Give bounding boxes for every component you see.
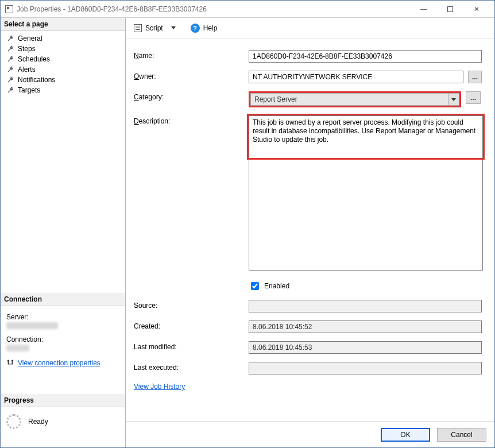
description-field[interactable] (249, 115, 483, 271)
created-label: Created: (134, 320, 249, 330)
name-label: Name: (134, 50, 249, 60)
close-icon: ✕ (474, 5, 479, 13)
view-job-history-link[interactable]: View Job History (134, 383, 185, 391)
progress-header: Progress (1, 394, 125, 407)
server-value-redacted (6, 322, 58, 329)
dialog-footer: OK Cancel (126, 421, 494, 447)
description-label: Description: (134, 115, 249, 125)
executed-label: Last executed: (134, 362, 249, 372)
wrench-icon (6, 55, 14, 63)
wrench-icon (6, 45, 14, 53)
sidebar-item-label: Alerts (18, 65, 36, 74)
sidebar-item-schedules[interactable]: Schedules (1, 54, 125, 64)
script-button[interactable]: Script (132, 23, 165, 33)
category-select[interactable] (249, 91, 461, 107)
spinner-icon (6, 414, 21, 429)
owner-label: Owner: (134, 71, 249, 80)
executed-field (249, 362, 482, 374)
wrench-icon (6, 86, 14, 94)
chevron-down-icon (171, 26, 176, 29)
sidebar-item-label: Steps (18, 45, 36, 53)
owner-field[interactable] (249, 71, 463, 83)
app-icon (5, 5, 13, 13)
wrench-icon (6, 65, 14, 74)
page-list: General Steps Schedules Alerts Notificat… (1, 31, 125, 99)
connection-panel: Server: Connection: View connection prop… (1, 306, 125, 371)
ok-button[interactable]: OK (381, 428, 430, 442)
minimize-icon: — (420, 5, 427, 13)
chevron-down-icon (451, 98, 456, 101)
maximize-icon (447, 6, 453, 12)
progress-panel: Ready (1, 407, 125, 436)
category-label: Category: (134, 91, 249, 101)
script-icon (134, 24, 142, 32)
help-icon: ? (191, 24, 200, 33)
job-properties-window: Job Properties - 1AD860D0-F234-42E6-8B8F… (0, 0, 495, 448)
owner-browse-button[interactable]: ... (468, 71, 482, 83)
svg-rect-4 (9, 364, 13, 365)
svg-point-1 (11, 360, 14, 362)
select-page-header: Select a page (1, 18, 125, 31)
maximize-button[interactable] (437, 1, 463, 17)
ellipsis-icon: ... (472, 73, 478, 81)
connection-value-redacted (6, 345, 29, 352)
modified-label: Last modified: (134, 341, 249, 351)
progress-status: Ready (28, 418, 48, 426)
titlebar[interactable]: Job Properties - 1AD860D0-F234-42E6-8B8F… (1, 1, 494, 18)
enabled-checkbox-input[interactable] (251, 282, 259, 290)
created-field (249, 320, 482, 333)
view-connection-properties-link[interactable]: View connection properties (18, 359, 100, 367)
sidebar-item-alerts[interactable]: Alerts (1, 64, 125, 75)
cancel-button[interactable]: Cancel (437, 428, 486, 442)
form-area: Name: Owner: ... Category: (126, 38, 494, 421)
category-browse-button[interactable]: ... (466, 91, 481, 104)
sidebar-item-label: Notifications (18, 76, 55, 84)
enabled-checkbox[interactable]: Enabled (249, 280, 289, 292)
ellipsis-icon: ... (470, 94, 476, 102)
help-label: Help (203, 24, 218, 32)
connection-icon (6, 358, 14, 368)
connection-label: Connection: (6, 335, 119, 343)
wrench-icon (6, 76, 14, 84)
minimize-button[interactable]: — (411, 1, 437, 17)
sidebar-item-steps[interactable]: Steps (1, 44, 125, 54)
window-buttons: — ✕ (411, 1, 490, 17)
source-label: Source: (134, 300, 249, 310)
category-dropdown-arrow[interactable] (448, 93, 459, 106)
sidebar: Select a page General Steps Schedules Al… (1, 18, 126, 447)
toolbar: Script ? Help (126, 18, 494, 38)
wrench-icon (6, 34, 14, 43)
sidebar-item-label: Schedules (18, 55, 50, 63)
script-label: Script (145, 24, 163, 32)
client-area: Select a page General Steps Schedules Al… (1, 18, 494, 447)
window-title: Job Properties - 1AD860D0-F234-42E6-8B8F… (17, 5, 407, 13)
category-value[interactable] (250, 93, 459, 106)
sidebar-item-label: General (18, 34, 42, 43)
sidebar-item-label: Targets (18, 86, 40, 94)
name-field[interactable] (249, 50, 482, 63)
close-button[interactable]: ✕ (463, 1, 490, 17)
help-button[interactable]: ? Help (188, 22, 220, 34)
view-connection-properties[interactable]: View connection properties (6, 358, 119, 368)
sidebar-item-general[interactable]: General (1, 33, 125, 44)
sidebar-item-notifications[interactable]: Notifications (1, 75, 125, 85)
server-label: Server: (6, 313, 119, 321)
main-panel: Script ? Help Name: (126, 18, 494, 447)
connection-header: Connection (1, 293, 125, 306)
svg-point-0 (7, 360, 10, 362)
modified-field (249, 341, 482, 354)
source-field (249, 300, 482, 312)
script-dropdown[interactable] (169, 25, 178, 30)
sidebar-item-targets[interactable]: Targets (1, 85, 125, 95)
